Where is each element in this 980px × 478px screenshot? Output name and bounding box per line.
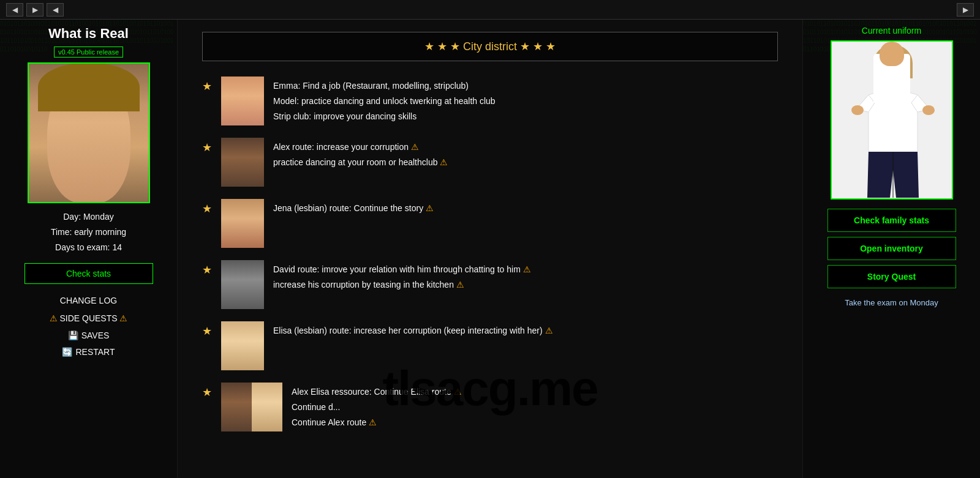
- warn-icon-david-1: ⚠: [523, 264, 531, 274]
- warning-icon-left: ⚠: [50, 313, 58, 323]
- game-title: What is Real: [48, 26, 129, 42]
- saves-button[interactable]: 💾 SAVES: [68, 329, 110, 342]
- quest-star-emma: ★: [202, 80, 212, 93]
- svg-rect-2: [873, 63, 913, 78]
- quest-text-alexelisa-3: Continue Alex route ⚠: [292, 416, 462, 429]
- quest-avatar-david: [221, 260, 264, 309]
- quest-avatars-alex-elisa: [221, 383, 282, 431]
- watermark: tlsacg.me: [382, 360, 597, 417]
- exam-reminder: Take the exam on Monday: [845, 298, 938, 307]
- check-family-stats-button[interactable]: Check family stats: [827, 209, 956, 232]
- svg-rect-4: [887, 86, 899, 95]
- restart-icon: 🔄: [62, 347, 72, 357]
- quest-item-jena: ★ Jena (lesbian) route: Continue the sto…: [202, 199, 778, 248]
- svg-point-3: [876, 53, 910, 89]
- quest-text-emma-2: Model: practice dancing and unlock twerk…: [273, 95, 496, 108]
- quest-text-alex-1: Alex route: increase your corruption ⚠: [273, 141, 448, 154]
- quest-texts-emma: Emma: Find a job (Restaurant, modelling,…: [273, 77, 496, 123]
- quest-avatar-jena: [221, 199, 264, 248]
- close-button[interactable]: ◀: [47, 3, 64, 17]
- quest-texts-jena: Jena (lesbian) route: Continue the story…: [273, 199, 434, 215]
- avatar-image: [29, 62, 149, 203]
- warn-icon-elisa-1: ⚠: [545, 326, 553, 335]
- stats-text: Day: Monday Time: early morning Days to …: [51, 209, 126, 256]
- open-inventory-button[interactable]: Open inventory: [827, 237, 956, 260]
- warn-icon-jena-1: ⚠: [426, 203, 434, 213]
- uniform-frame: [831, 40, 953, 200]
- quest-text-david-2: increase his corruption by teasing in th…: [273, 278, 531, 291]
- forward-button[interactable]: ▶: [26, 3, 43, 17]
- quest-text-emma-1: Emma: Find a job (Restaurant, modelling,…: [273, 80, 496, 92]
- back-button[interactable]: ◀: [6, 3, 23, 17]
- main-layout: What is Real v0.45 Public release Day: M…: [0, 20, 980, 478]
- change-log-button[interactable]: CHANGE LOG: [60, 293, 117, 308]
- quest-star-alex: ★: [202, 141, 212, 154]
- check-stats-button[interactable]: Check stats: [24, 263, 153, 284]
- quest-item-emma: ★ Emma: Find a job (Restaurant, modellin…: [202, 77, 778, 125]
- avatar-frame: [28, 62, 150, 203]
- side-quests-label: SIDE QUESTS: [59, 313, 119, 323]
- warn-icon-alex-2: ⚠: [440, 157, 448, 167]
- quest-texts-elisa: Elisa (lesbian) route: increase her corr…: [273, 321, 553, 337]
- side-quests-button[interactable]: ⚠ SIDE QUESTS ⚠: [50, 311, 128, 326]
- quest-star-elisa: ★: [202, 324, 212, 338]
- location-header-text: ★ ★ ★ City district ★ ★ ★: [424, 40, 556, 53]
- warn-icon-alex-1: ⚠: [411, 142, 419, 152]
- quest-star-alex-elisa: ★: [202, 386, 212, 399]
- sidebar-left: What is Real v0.45 Public release Day: M…: [0, 20, 178, 478]
- main-content: ★ ★ ★ City district ★ ★ ★ ★ Emma: Find a…: [178, 20, 802, 478]
- top-bar: ◀ ▶ ◀ ▶: [0, 0, 980, 20]
- quest-item-alex: ★ Alex route: increase your corruption ⚠…: [202, 138, 778, 187]
- quest-text-jena-1: Jena (lesbian) route: Continue the story…: [273, 202, 434, 215]
- sidebar-menu: CHANGE LOG ⚠ SIDE QUESTS ⚠ 💾 SAVES 🔄 RES…: [6, 293, 171, 359]
- quest-texts-alex: Alex route: increase your corruption ⚠ p…: [273, 138, 448, 169]
- svg-point-8: [884, 67, 889, 72]
- day-label: Day: Monday: [51, 209, 126, 225]
- quest-text-alex-2: practice dancing at your room or healthc…: [273, 156, 448, 169]
- quest-item-david: ★ David route: imrove your relation with…: [202, 260, 778, 309]
- quest-text-elisa-1: Elisa (lesbian) route: increase her corr…: [273, 324, 553, 337]
- restart-button[interactable]: 🔄 RESTART: [62, 345, 115, 359]
- uniform-label: Current uniform: [862, 26, 921, 35]
- quest-texts-david: David route: imrove your relation with h…: [273, 260, 531, 291]
- svg-point-1: [873, 45, 913, 81]
- nav-buttons: ◀ ▶ ◀: [6, 3, 64, 17]
- svg-point-5: [851, 105, 864, 115]
- quest-avatar-alex2: [221, 383, 252, 431]
- quest-avatar-alex: [221, 138, 264, 187]
- quest-avatar-emma: [221, 77, 264, 125]
- uniform-figure: [832, 42, 952, 198]
- quest-star-jena: ★: [202, 202, 212, 215]
- svg-point-9: [897, 67, 902, 72]
- quest-text-david-1: David route: imrove your relation with h…: [273, 263, 531, 276]
- saves-icon: 💾: [68, 330, 78, 340]
- warning-icon-right: ⚠: [119, 313, 127, 323]
- quest-text-emma-3: Strip club: improve your dancing skills: [273, 110, 496, 123]
- right-nav-button[interactable]: ▶: [957, 3, 974, 17]
- location-header: ★ ★ ★ City district ★ ★ ★: [202, 32, 778, 61]
- quest-avatar-elisa: [221, 321, 264, 370]
- warn-icon-david-2: ⚠: [456, 280, 464, 289]
- saves-label: SAVES: [81, 330, 110, 340]
- warn-icon-alexelisa-3: ⚠: [369, 417, 377, 427]
- exam-label: Days to exam: 14: [51, 240, 126, 255]
- svg-point-6: [922, 105, 935, 115]
- quest-star-david: ★: [202, 263, 212, 277]
- sidebar-right: Current uniform: [802, 20, 980, 478]
- uniform-svg: [832, 42, 953, 200]
- version-badge: v0.45 Public release: [54, 47, 123, 58]
- time-label: Time: early morning: [51, 225, 126, 240]
- story-quest-button[interactable]: Story Quest: [827, 265, 956, 288]
- quest-avatar-elisa2: [252, 383, 282, 431]
- restart-label: RESTART: [75, 347, 115, 357]
